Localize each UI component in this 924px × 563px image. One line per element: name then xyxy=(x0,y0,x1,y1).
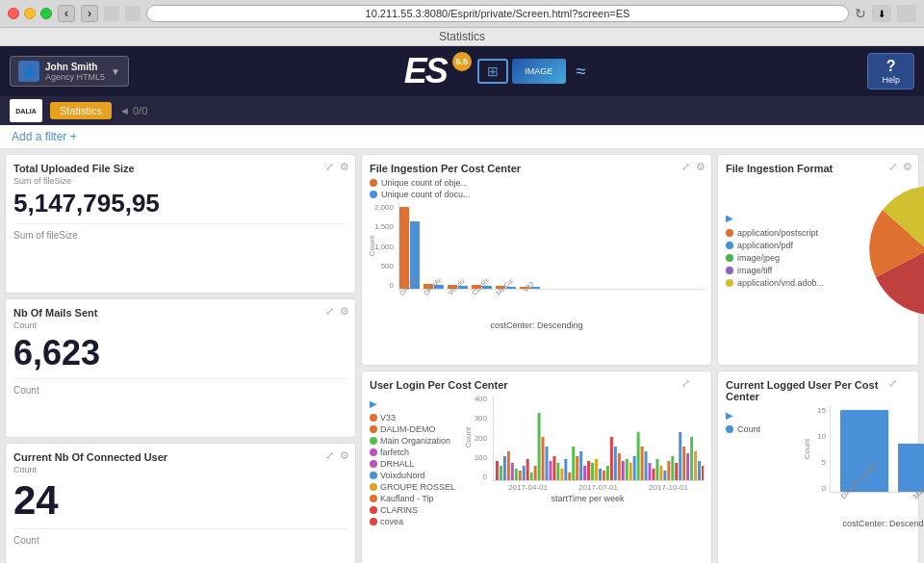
cu-expand-icon[interactable]: ⤢ xyxy=(325,449,334,462)
logo-area: ES 5.5 ⊞ IMAGE ≈ xyxy=(137,51,860,91)
x-labels: DALIM DEMO DRHALL VoixduNord CLARINS My … xyxy=(398,292,704,298)
format-title: File Ingestion Format xyxy=(726,163,911,174)
sub-header: DALIA Statistics ◄ 0/0 xyxy=(0,96,924,125)
svg-rect-54 xyxy=(702,466,704,480)
svg-rect-39 xyxy=(645,451,648,480)
svg-rect-23 xyxy=(583,466,586,480)
ul-expand-icon[interactable]: ⤢ xyxy=(681,377,690,390)
logo-image-icon: IMAGE xyxy=(512,59,566,84)
svg-rect-2 xyxy=(503,456,506,480)
nm-settings-icon[interactable]: ⚙ xyxy=(340,305,349,318)
forward-nav-button[interactable]: › xyxy=(81,5,98,22)
user-badge[interactable]: 👤 John Smith Agency HTML5 ▼ xyxy=(10,56,129,87)
pie-svg xyxy=(859,181,924,320)
user-dropdown-icon[interactable]: ▼ xyxy=(111,66,120,77)
svg-rect-6 xyxy=(519,471,522,480)
svg-rect-8 xyxy=(526,459,529,480)
back-nav-button[interactable]: ‹ xyxy=(58,5,75,22)
cu-settings-icon[interactable]: ⚙ xyxy=(340,449,349,462)
legend-dot-doc xyxy=(370,191,377,198)
format-expand-icon[interactable]: ⤢ xyxy=(888,161,897,173)
user-name: John Smith xyxy=(45,62,105,72)
logo-es-text: ES xyxy=(404,51,447,91)
nm-bottom-label: Count xyxy=(13,385,347,396)
ul-legend-dalim: DALIM-DEMO xyxy=(370,424,466,434)
user-login-widget: User Login Per Cost Center ⤢ ▶ V33 DALIM… xyxy=(361,371,712,563)
y-count-label: Count xyxy=(368,236,376,256)
cu-value: 24 xyxy=(13,478,347,523)
close-light[interactable] xyxy=(8,8,19,19)
ul-legend-v33: V33 xyxy=(370,413,466,422)
svg-rect-5 xyxy=(515,469,518,480)
help-button[interactable]: ? Help xyxy=(867,53,914,90)
tab-icon2 xyxy=(125,6,141,21)
svg-rect-1 xyxy=(500,466,502,480)
download-icon[interactable]: ⬇ xyxy=(872,5,891,22)
back-link[interactable]: ◄ 0/0 xyxy=(119,105,147,116)
tu-sub-label: Sum of fileSize xyxy=(13,176,347,186)
format-settings-icon[interactable]: ⚙ xyxy=(903,161,912,173)
fi-legend: Unique count of obje... Unique count of … xyxy=(370,178,704,199)
url-text: 10.211.55.3:8080/Esprit/private/Screen.h… xyxy=(366,8,630,19)
minimize-light[interactable] xyxy=(24,8,36,19)
help-icon: ? xyxy=(882,58,900,75)
svg-rect-20 xyxy=(572,447,575,480)
format-legend-jpeg-label: image/jpeg xyxy=(737,253,780,263)
svg-rect-4 xyxy=(511,463,514,480)
bar-obj-0 xyxy=(399,207,409,289)
total-uploaded-title: Total Uploaded File Size xyxy=(13,163,347,174)
legend-label-obj: Unique count of obje... xyxy=(381,178,468,188)
cl-expand-icon[interactable]: ⤢ xyxy=(888,377,897,390)
nb-mails-value: 6,623 xyxy=(13,334,347,372)
svg-rect-49 xyxy=(682,447,685,480)
cu-bottom-label: Count xyxy=(13,535,347,546)
format-legend-pdf: application/pdf xyxy=(726,241,851,250)
svg-rect-46 xyxy=(671,456,674,480)
file-ingestion-title: File Ingestion Per Cost Center xyxy=(370,163,704,174)
file-ingestion-widget: File Ingestion Per Cost Center ⤢ ⚙ Uniqu… xyxy=(361,154,712,366)
legend-arrow[interactable]: ▶ xyxy=(726,213,851,223)
nm-expand-icon[interactable]: ⤢ xyxy=(325,305,334,318)
tab-icon3 xyxy=(897,5,916,22)
refresh-icon[interactable]: ↻ xyxy=(855,6,866,21)
ul-count-label: Count xyxy=(464,427,473,448)
legend-item-obj: Unique count of obje... xyxy=(370,178,704,188)
statistics-tab[interactable]: Statistics xyxy=(50,102,112,119)
browser-chrome: ‹ › 10.211.55.3:8080/Esprit/private/Scre… xyxy=(0,0,924,28)
add-filter-button[interactable]: Add a filter + xyxy=(12,130,77,143)
format-legend-ps-label: application/postscript xyxy=(737,228,818,238)
cu-divider xyxy=(13,528,347,529)
tu-settings-icon[interactable]: ⚙ xyxy=(340,161,349,173)
svg-rect-32 xyxy=(618,453,621,480)
cl-bars-area xyxy=(830,406,924,493)
fi-axis-label: costCenter: Descending xyxy=(370,320,704,330)
ul-legend-groupe: GROUPE ROSSEL xyxy=(370,482,466,492)
svg-rect-52 xyxy=(694,451,697,480)
legend-label-doc: Unique count of docu... xyxy=(381,190,471,199)
settings-icon[interactable]: ⚙ xyxy=(696,161,706,173)
address-bar[interactable]: 10.211.55.3:8080/Esprit/private/Screen.h… xyxy=(146,5,849,22)
cl-legend-arrow[interactable]: ▶ xyxy=(726,410,803,421)
svg-rect-28 xyxy=(603,471,605,480)
maximize-light[interactable] xyxy=(40,8,52,19)
nb-mails-title: Nb Of Mails Sent xyxy=(13,307,347,319)
expand-icon[interactable]: ⤢ xyxy=(681,161,690,173)
app-header: 👤 John Smith Agency HTML5 ▼ ES 5.5 ⊞ IMA… xyxy=(0,46,924,96)
dashboard: File Ingestion Per Cost Center ⤢ ⚙ Uniqu… xyxy=(0,149,924,563)
svg-rect-22 xyxy=(579,451,582,480)
total-uploaded-widget: Total Uploaded File Size ⤢ ⚙ Sum of file… xyxy=(5,154,356,294)
tu-expand-icon[interactable]: ⤢ xyxy=(325,161,334,173)
svg-rect-34 xyxy=(626,459,629,480)
cl-axis-text: costCenter: Descending xyxy=(842,519,924,528)
svg-rect-0 xyxy=(496,461,499,480)
fi-chart: 2,0001,5001,0005000 Count xyxy=(370,203,704,309)
svg-rect-41 xyxy=(652,469,654,480)
svg-rect-15 xyxy=(552,456,555,480)
svg-rect-51 xyxy=(690,437,693,480)
cl-count-label: Count xyxy=(803,439,811,459)
logo-wave-icon: ≈ xyxy=(570,59,593,84)
svg-rect-12 xyxy=(542,437,545,480)
ul-legend-arrow[interactable]: ▶ xyxy=(370,398,466,409)
svg-rect-3 xyxy=(507,451,510,480)
svg-rect-30 xyxy=(610,437,613,480)
